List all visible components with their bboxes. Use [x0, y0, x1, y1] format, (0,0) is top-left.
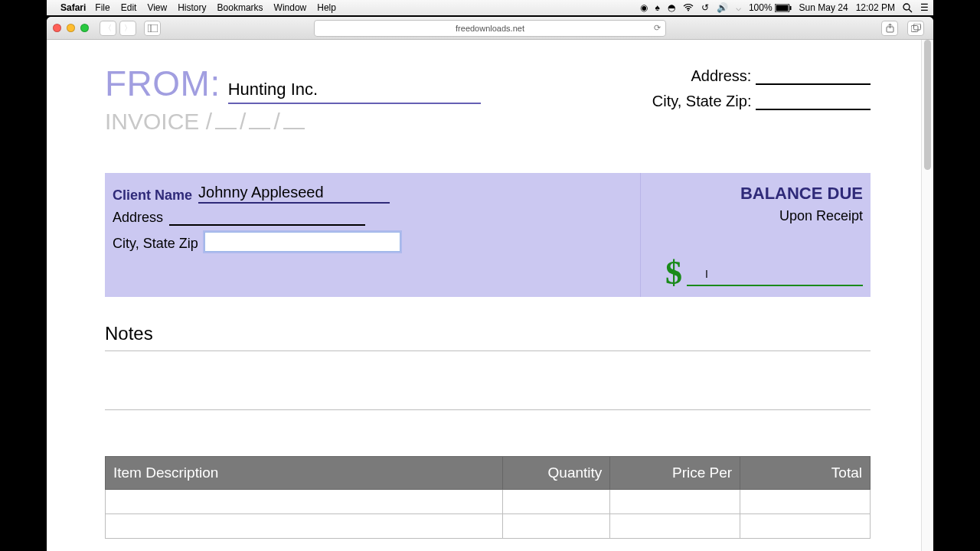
address-bar[interactable]: freedownloads.net ⟳: [314, 20, 666, 37]
dropbox-icon[interactable]: ◓: [668, 2, 675, 13]
sender-address-label: Address:: [691, 67, 752, 84]
timemachine-icon[interactable]: ↺: [701, 2, 709, 13]
table-row[interactable]: [106, 490, 871, 514]
client-address-input[interactable]: [169, 213, 365, 226]
client-csz-label: City, State Zip: [113, 236, 198, 252]
volume-icon[interactable]: 🔊: [717, 2, 728, 13]
tabs-button[interactable]: [907, 21, 924, 36]
currency-symbol: $: [665, 259, 682, 286]
menu-view[interactable]: View: [147, 2, 167, 13]
svg-rect-3: [789, 6, 791, 10]
svg-point-4: [903, 4, 910, 10]
table-header-row: Item Description Quantity Price Per Tota…: [106, 457, 871, 490]
menubar-date[interactable]: Sun May 24: [799, 2, 848, 13]
col-price: Price Per: [610, 457, 740, 490]
scroll-thumb[interactable]: [924, 40, 931, 170]
balance-due-label: BALANCE DUE: [641, 184, 863, 204]
safari-window: 〈 〉 freedownloads.net ⟳ + FROM:: [47, 17, 933, 551]
browser-toolbar: 〈 〉 freedownloads.net ⟳: [47, 17, 933, 40]
page-content: FROM: Hunting Inc. INVOICE /// Address: …: [47, 40, 921, 551]
col-item: Item Description: [106, 457, 503, 490]
menu-history[interactable]: History: [178, 2, 206, 13]
invoice-month-input[interactable]: [215, 128, 237, 129]
notifications-icon[interactable]: ♠: [655, 2, 660, 13]
sender-csz-label: City, State Zip:: [652, 93, 752, 109]
from-input[interactable]: Hunting Inc.: [228, 80, 481, 104]
menu-bookmarks[interactable]: Bookmarks: [217, 2, 263, 13]
close-button[interactable]: [53, 24, 61, 32]
menubar-time[interactable]: 12:02 PM: [856, 2, 895, 13]
from-label: FROM:: [105, 63, 220, 104]
col-quantity: Quantity: [503, 457, 610, 490]
table-row[interactable]: [106, 514, 871, 539]
share-button[interactable]: [881, 21, 898, 36]
client-name-label: Client Name: [113, 187, 192, 204]
menu-window[interactable]: Window: [274, 2, 307, 13]
wifi-icon[interactable]: [683, 4, 694, 11]
window-controls: [53, 24, 89, 32]
svg-line-5: [909, 9, 912, 12]
sender-csz-input[interactable]: [756, 109, 871, 110]
invoice-year-input[interactable]: [283, 128, 305, 129]
minimize-button[interactable]: [67, 24, 75, 32]
svg-point-0: [688, 10, 689, 11]
app-name[interactable]: Safari: [60, 2, 86, 13]
line-items-table: Item Description Quantity Price Per Tota…: [105, 456, 871, 539]
client-name-input[interactable]: Johnny Appleseed: [198, 184, 390, 204]
invoice-day-input[interactable]: [249, 128, 270, 129]
client-address-label: Address: [113, 210, 163, 226]
macos-menubar: Safari File Edit View History Bookmarks …: [47, 0, 933, 15]
svg-rect-2: [776, 5, 788, 11]
col-total: Total: [740, 457, 871, 490]
balance-terms: Upon Receipt: [641, 208, 863, 224]
menu-edit[interactable]: Edit: [121, 2, 137, 13]
divider: [105, 409, 871, 410]
forward-button[interactable]: 〉: [119, 21, 136, 36]
client-balance-panel: Client Name Johnny Appleseed Address Cit…: [105, 173, 871, 297]
menu-file[interactable]: File: [95, 2, 109, 13]
text-cursor: I: [705, 268, 706, 282]
zoom-button[interactable]: [80, 24, 89, 32]
menu-extras-icon[interactable]: ☰: [920, 2, 929, 13]
balance-amount-input[interactable]: I: [687, 269, 863, 286]
sender-address-input[interactable]: [756, 83, 871, 85]
notes-label: Notes: [105, 323, 871, 344]
bluetooth-icon[interactable]: ⌵: [736, 2, 741, 13]
client-csz-input[interactable]: [204, 232, 400, 252]
screen-record-icon[interactable]: ◉: [640, 2, 648, 13]
spotlight-icon[interactable]: [903, 3, 913, 13]
url-text: freedownloads.net: [456, 24, 524, 33]
back-button[interactable]: 〈: [100, 21, 116, 36]
divider: [105, 350, 871, 351]
menu-help[interactable]: Help: [317, 2, 336, 13]
invoice-date-label: INVOICE ///: [105, 109, 481, 135]
sidebar-toggle-button[interactable]: [144, 21, 161, 36]
svg-rect-6: [148, 24, 158, 32]
svg-rect-10: [911, 26, 918, 32]
reload-icon[interactable]: ⟳: [654, 23, 661, 33]
vertical-scrollbar[interactable]: [921, 40, 933, 551]
battery-status[interactable]: 100%: [749, 2, 792, 13]
svg-rect-11: [913, 24, 920, 30]
